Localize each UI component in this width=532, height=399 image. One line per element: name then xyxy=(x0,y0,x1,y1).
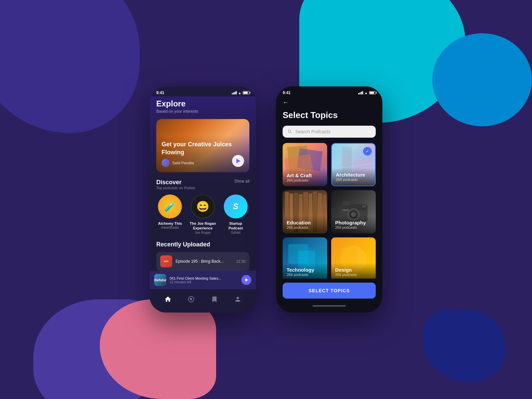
hero-content: Get your Creative Juices Flowing Sahil P… xyxy=(156,135,249,172)
bg-blob-3 xyxy=(100,299,216,399)
now-playing-title: 041 First Client Meeting Sales... xyxy=(170,276,238,280)
bg-blob-6 xyxy=(422,309,505,382)
topic-count-arch: 266 podcasts xyxy=(336,178,371,182)
notch-2 xyxy=(309,86,349,96)
hero-play-button[interactable] xyxy=(232,155,244,167)
topic-architecture[interactable]: ✓ Architecture 266 podcasts xyxy=(331,143,376,186)
episode-item-1[interactable]: zen Episode 195 : Bring Back... 12:30 xyxy=(156,252,249,271)
podcast-alchemy[interactable]: 🧪 Alchemy This iHeartRadio xyxy=(156,195,184,234)
topic-overlay-art: Art & Craft 266 podcasts xyxy=(283,169,327,186)
hero-card[interactable]: Get your Creative Juices Flowing Sahil P… xyxy=(156,119,249,172)
hero-title: Get your Creative Juices Flowing xyxy=(162,141,244,156)
episode-info-1: Episode 195 : Bring Back... xyxy=(176,259,233,264)
episode-thumb-1: zen xyxy=(160,255,172,267)
podcast-startup[interactable]: S Startup Podcast Gimlet xyxy=(222,195,249,234)
author-avatar xyxy=(162,159,170,167)
topic-count-edu: 266 podcasts xyxy=(287,225,323,229)
topic-name-art: Art & Craft xyxy=(287,173,323,178)
topic-count-photo: 266 podcasts xyxy=(335,225,372,229)
podcast-source-startup: Gimlet xyxy=(231,231,240,234)
select-topics-screen: ← Select Topics Search Podcasts xyxy=(276,96,382,309)
nav-bookmark[interactable] xyxy=(209,294,220,305)
svg-rect-23 xyxy=(342,201,350,205)
topic-name-design: Design xyxy=(335,267,372,273)
podcasts-row: 🧪 Alchemy This iHeartRadio 😄 The Joe Rog… xyxy=(156,195,249,234)
status-time-1: 9:41 xyxy=(156,90,164,95)
svg-point-0 xyxy=(190,298,192,300)
svg-rect-24 xyxy=(362,205,366,207)
episode-duration-1: 12:30 xyxy=(236,259,245,263)
signal-icon-2 xyxy=(358,91,363,94)
now-playing-bar[interactable]: thefutur 041 First Client Meeting Sales.… xyxy=(150,271,256,289)
nav-profile[interactable] xyxy=(232,294,243,305)
topic-overlay-tech: Technology 266 podcasts xyxy=(283,263,327,279)
play-icon xyxy=(236,159,240,163)
discover-title: Discover xyxy=(156,179,195,186)
topic-technology[interactable]: Technology 266 podcasts xyxy=(283,237,327,279)
author-name: Sahil Pandita xyxy=(172,161,194,165)
wifi-icon-1: ▲ xyxy=(238,91,241,95)
topic-design[interactable]: Design 266 podcasts xyxy=(331,237,376,279)
status-icons-1: ▲ xyxy=(232,91,249,95)
topic-name-tech: Technology xyxy=(287,267,323,273)
podcast-avatar-startup: S xyxy=(224,195,248,218)
phones-container: 9:41 ▲ Explore Based on your interests xyxy=(150,86,382,313)
now-playing-time: 12 minutes left xyxy=(170,280,238,284)
hero-author: Sahil Pandita xyxy=(162,159,244,167)
episode-title-1: Episode 195 : Bring Back... xyxy=(176,259,233,264)
wifi-icon-2: ▲ xyxy=(364,91,368,95)
search-input[interactable]: Search Podcasts xyxy=(295,129,331,134)
topic-name-edu: Education xyxy=(287,220,323,225)
svg-text:Canon: Canon xyxy=(342,208,348,211)
bg-blob-5 xyxy=(432,33,532,126)
search-icon xyxy=(287,129,293,134)
bg-blob-2 xyxy=(33,299,166,399)
podcast-name-rogan: The Joe Rogan Experience xyxy=(189,221,217,231)
select-topics-title: Select Topics xyxy=(283,110,376,120)
podcast-name-alchemy: Alchemy This xyxy=(158,221,182,226)
now-playing-thumb: thefutur xyxy=(154,274,166,286)
back-button[interactable]: ← xyxy=(283,99,376,106)
topic-name-photo: Photography xyxy=(335,220,372,225)
now-playing-play-icon xyxy=(245,278,248,282)
battery-icon-1 xyxy=(243,91,249,94)
podcast-source-rogan: Joe Rogan xyxy=(195,231,211,234)
podcast-name-startup: Startup Podcast xyxy=(222,221,249,231)
topic-art-craft[interactable]: Art & Craft 266 podcasts xyxy=(283,143,327,186)
topic-education[interactable]: Education 266 podcasts xyxy=(283,190,327,233)
status-bar-2: 9:41 ▲ xyxy=(276,86,382,96)
topic-overlay-arch: Architecture 266 podcasts xyxy=(332,168,375,186)
phone-explore: 9:41 ▲ Explore Based on your interests xyxy=(150,86,256,313)
topic-overlay-photo: Photography 266 podcasts xyxy=(331,216,376,233)
status-bar-1: 9:41 ▲ xyxy=(150,86,256,96)
podcast-source-alchemy: iHeartRadio xyxy=(161,226,179,229)
topic-count-design: 266 podcasts xyxy=(335,273,372,277)
topic-name-arch: Architecture xyxy=(336,172,371,178)
now-playing-info: 041 First Client Meeting Sales... 12 min… xyxy=(170,276,238,284)
topic-overlay-edu: Education 266 podcasts xyxy=(283,216,327,233)
nav-home[interactable] xyxy=(163,294,173,305)
battery-icon-2 xyxy=(369,91,376,94)
podcast-avatar-rogan: 😄 xyxy=(191,195,215,218)
status-time-2: 9:41 xyxy=(283,90,291,95)
explore-title: Explore xyxy=(156,99,249,108)
status-icons-2: ▲ xyxy=(358,91,376,95)
phone-select-topics: 9:41 ▲ ← Select Topics xyxy=(276,86,382,313)
topic-count-tech: 266 podcasts xyxy=(287,273,323,277)
bg-blob-1 xyxy=(0,0,140,133)
podcast-rogan[interactable]: 😄 The Joe Rogan Experience Joe Rogan xyxy=(189,195,217,234)
topic-count-art: 266 podcasts xyxy=(287,178,323,182)
nav-explore[interactable] xyxy=(186,294,197,305)
podcast-avatar-alchemy: 🧪 xyxy=(158,195,182,218)
now-playing-play-button[interactable] xyxy=(241,275,251,285)
home-indicator-2 xyxy=(283,303,376,309)
show-all-button[interactable]: Show all xyxy=(234,179,249,184)
topic-photography[interactable]: Canon Photography 266 podcasts xyxy=(331,190,376,233)
search-bar[interactable]: Search Podcasts xyxy=(283,126,376,138)
select-topics-button[interactable]: SELECT TOPICS xyxy=(283,283,376,299)
topic-check-architecture: ✓ xyxy=(363,147,372,156)
discover-header: Discover Top podcasts on Podzie Show all xyxy=(156,179,249,190)
recently-uploaded-title: Recently Uploaded xyxy=(156,241,249,248)
topics-grid: Art & Craft 266 podcasts xyxy=(283,143,376,279)
discover-subtitle: Top podcasts on Podzie xyxy=(156,186,195,190)
